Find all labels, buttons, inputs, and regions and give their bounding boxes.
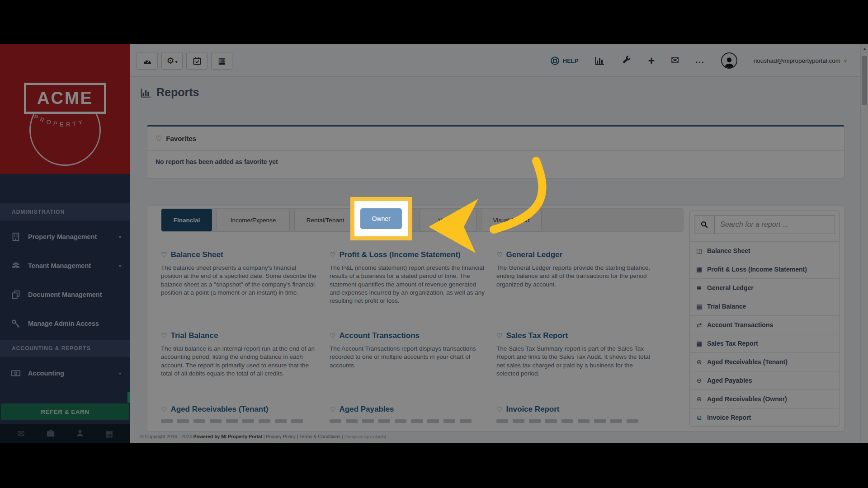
- list-item-aged-receivables-tenant[interactable]: Aged Receivables (Tenant): [690, 352, 839, 371]
- report-card-sales-tax: Sales Tax Report The Sales Tax Summary r…: [496, 331, 652, 378]
- tab-vendor[interactable]: Vendor: [420, 209, 476, 231]
- user-email: noushad@mipropertyportal.com: [754, 57, 840, 64]
- privacy-policy-link[interactable]: Privacy Policy: [266, 434, 295, 439]
- heart-icon[interactable]: [330, 251, 335, 259]
- help-label: HELP: [563, 57, 579, 64]
- heart-icon[interactable]: [161, 251, 167, 259]
- list-item-invoice-report[interactable]: Invoice Report: [690, 408, 839, 427]
- tab-owner-highlighted[interactable]: Owner: [360, 208, 402, 229]
- terms-conditions-link[interactable]: Terms & Conditions: [299, 434, 340, 439]
- list-item-sales-tax[interactable]: Sales Tax Report: [690, 334, 839, 352]
- report-link[interactable]: Invoice Report: [496, 405, 652, 414]
- chevron-down-icon: [119, 371, 121, 376]
- more-menu-button[interactable]: ...: [695, 56, 704, 65]
- calendar-button[interactable]: [186, 52, 208, 70]
- heart-icon[interactable]: [330, 405, 335, 413]
- report-link[interactable]: Sales Tax Report: [496, 331, 652, 340]
- calculator-icon: [695, 266, 703, 273]
- report-link[interactable]: Profit & Loss (Income Statement): [330, 250, 486, 259]
- sidebar-item-tenant-management[interactable]: Tenant Management: [0, 253, 130, 278]
- sidebar-item-label: Accounting: [28, 370, 119, 377]
- search-icon: [700, 221, 708, 229]
- heart-icon[interactable]: [330, 332, 335, 340]
- briefcase-icon[interactable]: [45, 428, 56, 438]
- report-card-trial-balance: Trial Balance The trial balance is an in…: [161, 331, 317, 378]
- list-item-account-transactions[interactable]: Account Transactions: [690, 315, 839, 334]
- list-item-aged-payables[interactable]: Aged Payables: [690, 371, 839, 389]
- search-button[interactable]: [694, 215, 715, 234]
- heart-icon[interactable]: [496, 251, 502, 259]
- user-menu[interactable]: noushad@mipropertyportal.com ∨: [754, 57, 847, 64]
- search-input[interactable]: [715, 215, 835, 234]
- envelope-icon[interactable]: [16, 428, 27, 438]
- tab-rental-tenant[interactable]: Rental/Tenant: [294, 209, 356, 231]
- clipped-text: [496, 419, 640, 423]
- logo-subtitle-arc: PROPERTY: [20, 112, 110, 136]
- chevron-down-icon: [119, 263, 121, 268]
- user-icon[interactable]: [75, 428, 85, 438]
- person-icon: [723, 55, 736, 68]
- add-new-button[interactable]: +: [648, 55, 655, 66]
- sidebar-item-accounting[interactable]: Accounting: [0, 361, 130, 386]
- scrollbar-thumb[interactable]: [862, 56, 867, 105]
- section-label: ACCOUNTING & REPORTS: [12, 345, 91, 352]
- chevron-down-icon: [175, 56, 178, 66]
- help-button[interactable]: HELP: [550, 56, 579, 66]
- tab-income-expense[interactable]: Income/Expense: [217, 209, 290, 231]
- favorites-title: Favorites: [166, 135, 196, 142]
- list-item-aged-receivables-owner[interactable]: Aged Receivables (Owner): [690, 389, 839, 408]
- sidebar-item-manage-admin-access[interactable]: Manage Admin Access: [0, 311, 130, 336]
- powered-by-text: Powered by MI Property Portal: [193, 434, 262, 439]
- columns-icon: [695, 247, 703, 254]
- report-link[interactable]: Aged Payables: [330, 405, 486, 414]
- report-card-invoice-report: Invoice Report: [496, 405, 652, 423]
- favorites-header: Favorites: [147, 127, 844, 151]
- scroll-up-arrow[interactable]: ▲: [861, 47, 868, 51]
- sidebar: ACME PROPERTY ADMINISTRATION Property Ma…: [0, 44, 130, 443]
- heart-icon[interactable]: [496, 405, 502, 413]
- money-icon: [10, 368, 22, 378]
- settings-button[interactable]: [161, 52, 183, 70]
- tools-button[interactable]: [622, 56, 632, 66]
- arrow-circle-right-icon: [695, 395, 703, 403]
- report-description: The Sales Tax Summary report is part of …: [496, 345, 652, 378]
- report-description: The balance sheet presents a company's f…: [161, 264, 317, 297]
- sidebar-section-administration: ADMINISTRATION: [0, 203, 130, 221]
- list-item-trial-balance[interactable]: Trial Balance: [690, 297, 839, 315]
- gear-icon: [166, 56, 174, 66]
- report-search-panel: Balance Sheet Profit & Loss (Income Stat…: [689, 211, 840, 427]
- report-description: The General Ledger reports provide the s…: [496, 264, 652, 289]
- app-window: ACME PROPERTY ADMINISTRATION Property Ma…: [0, 44, 868, 443]
- report-link[interactable]: General Ledger: [496, 250, 652, 259]
- list-item-balance-sheet[interactable]: Balance Sheet: [690, 241, 839, 260]
- avatar[interactable]: [721, 52, 737, 69]
- heart-icon[interactable]: [161, 405, 167, 413]
- arrow-circle-left-icon: [695, 377, 703, 384]
- vertical-scrollbar[interactable]: ▲: [860, 44, 868, 443]
- refer-and-earn-button[interactable]: REFER & EARN: [1, 404, 129, 420]
- calculator-icon[interactable]: [104, 428, 115, 438]
- report-link[interactable]: Aged Receivables (Tenant): [161, 405, 317, 414]
- report-quick-list: Balance Sheet Profit & Loss (Income Stat…: [690, 241, 839, 427]
- messages-button[interactable]: [671, 56, 679, 66]
- favorites-card: Favorites No report has been added as fa…: [147, 125, 844, 178]
- list-item-profit-loss[interactable]: Profit & Loss (Income Statement): [690, 260, 839, 278]
- sidebar-item-document-management[interactable]: Document Management: [0, 282, 130, 307]
- sidebar-footer-icons: [0, 424, 130, 443]
- report-card-account-transactions: Account Transactions The Account Transac…: [330, 331, 486, 370]
- heart-icon[interactable]: [496, 332, 502, 340]
- report-link[interactable]: Trial Balance: [161, 331, 317, 340]
- sidebar-item-property-management[interactable]: Property Management: [0, 224, 130, 249]
- exchange-icon: [695, 321, 703, 328]
- report-link[interactable]: Account Transactions: [330, 331, 486, 340]
- tab-visual-report[interactable]: Visual Report: [481, 209, 542, 231]
- reports-shortcut-button[interactable]: [594, 56, 605, 66]
- key-icon: [10, 319, 22, 328]
- calculator-button[interactable]: [211, 52, 232, 70]
- report-link[interactable]: Balance Sheet: [161, 250, 317, 259]
- bar-chart-icon: [140, 87, 152, 98]
- list-item-general-ledger[interactable]: General Ledger: [690, 278, 839, 297]
- tab-financial[interactable]: Financial: [161, 209, 212, 231]
- dashboard-button[interactable]: [137, 52, 158, 70]
- heart-icon[interactable]: [161, 332, 167, 340]
